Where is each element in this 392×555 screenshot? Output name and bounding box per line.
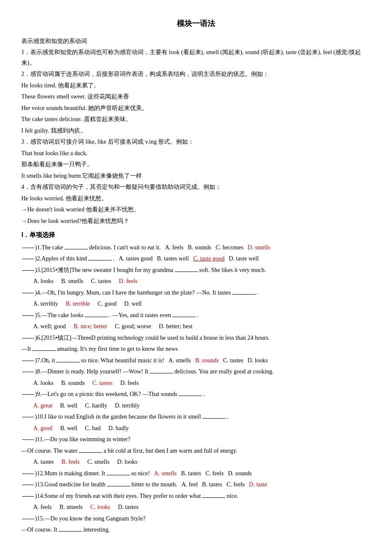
question-14: )14.Some of my friends eat with their ey…: [21, 491, 371, 513]
options-row-11: A. tastesB. feelsC. smellsD. looks: [33, 457, 371, 468]
option-7-A.: A. smells: [168, 357, 191, 364]
question-line-8: )8.—Dinner is ready. Help yourself! —Wow…: [21, 367, 371, 377]
q-num-1: )1.: [35, 244, 41, 251]
intro-paragraph-13: →He doesn't look worried 他看起来并不忧愁。: [21, 205, 371, 215]
option-1-C.: C. becomes: [216, 244, 243, 251]
question-3: )3.[2015•潍坊]The new sweater I bought for…: [21, 265, 371, 287]
option-12-D.: D. sounds: [228, 470, 252, 477]
options-row-5: A. well; goodB. nice; betterC. good; wor…: [33, 321, 371, 332]
answer-paren-7: [22, 361, 34, 361]
question-7: )7.Oh, itso nice. What beautiful music i…: [21, 356, 371, 366]
q-text-13: Good medicine for health: [44, 481, 105, 488]
answer-blank-14: [202, 497, 225, 498]
option-2-B.: B. tastes well: [157, 255, 189, 262]
option-8-D.: D. feels: [120, 380, 139, 386]
question-9: )9.—Let's go on a picnic this weekend, O…: [21, 389, 371, 411]
intro-paragraph-2: He looks tired. 他看起来累了。: [21, 81, 371, 91]
q-text-6: —ThreeD printing technology could be use…: [71, 335, 269, 341]
options-row-4: A. terriblyB. terribleC. goodD. well: [33, 299, 371, 309]
option-9-B.: B. well: [60, 402, 77, 409]
q-text-3: The new sweater I bought for my grandma: [71, 267, 173, 273]
q-num-7: )7.: [35, 357, 41, 364]
option-1-A.: A. feels: [165, 244, 184, 251]
q-text-7: Oh, it: [41, 357, 55, 364]
intro-paragraph-8: That boat looks like a duck.: [21, 148, 371, 159]
intro-paragraph-7: 3．感官动词后可接介词 like, like 后可接名词或 v.ing 形式。例…: [21, 137, 371, 147]
option-14-D.: D. tastes: [118, 504, 138, 510]
option-5-B.: B. nice; better: [74, 323, 107, 330]
questions-container: )1.The cakedelicious. I can't wait to ea…: [21, 243, 371, 535]
answer-blank-2: [88, 260, 112, 260]
question-line-4: )4.—Oh, I'm hungry. Mum, can I have the …: [21, 288, 371, 298]
answer-paren-4: [22, 293, 34, 293]
answer-paren-2: [22, 259, 34, 259]
question-line-6: )6.[2015•镇江]—ThreeD printing technology …: [21, 333, 371, 344]
answer-paren-6: [22, 338, 34, 338]
page-title: 模块一语法: [21, 17, 371, 30]
option-8-C.: C. tastes: [92, 380, 112, 386]
options-row-8: A. looksB. soundsC. tastesD. feels: [33, 378, 371, 389]
answer-blank-1: [64, 249, 88, 249]
intro-paragraph-5: The cake tastes delicious .蛋糕尝起来美味。: [21, 114, 371, 125]
intro-paragraph-12: He looks worried. 他看起来忧愁。: [21, 194, 371, 204]
options-row-9: A. greatB. wellC. hardlyD. terribly: [33, 401, 371, 411]
question-1: )1.The cakedelicious. I can't wait to ea…: [21, 243, 371, 253]
q-num-8: )8.: [35, 368, 41, 375]
option-2-C.: C. taste good: [193, 255, 225, 262]
answer-paren-12: [22, 474, 34, 474]
options-row-10: A. goodB. wellC. badD. badly: [33, 423, 371, 434]
option-14-A.: A. feels: [33, 504, 52, 510]
q-num-12: )12.: [35, 470, 44, 477]
option-14-B.: B. smeels: [60, 504, 83, 510]
option-11-B.: B. feels: [61, 459, 80, 465]
intro-paragraph-0: 1．表示感觉和知觉的系动词也可称为感官动词，主要有 look (看起来), sm…: [21, 47, 371, 68]
q-text-8: —Dinner is ready. Help yourself! —Wow! I…: [41, 368, 148, 375]
q-text-12: Mum is making dinner. It: [44, 470, 105, 477]
option-4-D.: D. well: [124, 301, 141, 307]
question-15: )15.—Do you know the song Gangnam Style?…: [21, 514, 371, 535]
option-3-D.: D. feels: [119, 278, 138, 284]
intro-paragraph-1: 2．感官动词属于连系动词，后接形容词作表语，构成系表结构，说明主语所处的状态。例…: [21, 69, 371, 80]
answer-blank-12: [107, 475, 130, 475]
q-num-13: )13.: [35, 481, 44, 488]
question-line-12: )12.Mum is making dinner. Itso nice!A. s…: [21, 468, 371, 479]
q-text-5: —The cake looks: [41, 312, 84, 318]
options-row-14: A. feelsB. smeelsC. looksD. tastes: [33, 502, 371, 513]
option-7-D.: D. looks: [248, 357, 268, 364]
question-line-13: )13.Good medicine for healthbitter to th…: [21, 480, 371, 490]
question-6: )6.[2015•镇江]—ThreeD printing technology …: [21, 333, 371, 355]
option-4-B.: B. terrible: [66, 301, 90, 307]
option-10-C.: C. bad: [85, 425, 101, 431]
question-line-2: )2.Apples of this kind.A. tastes goodB. …: [21, 254, 371, 264]
answer-paren-9: [22, 394, 34, 395]
option-8-A.: A. looks: [33, 380, 53, 386]
q-text-10: I like to read English in the garden bec…: [44, 413, 201, 420]
option-3-A.: A. looks: [33, 278, 53, 284]
intro-paragraph-11: 4．含有感官动词的句子，其否定句和一般疑问句要借助助动词完成。例如：: [21, 182, 371, 193]
intro-paragraph-3: These flowers smell sweet. 这些花闻起来香: [21, 92, 371, 102]
question-line-9: )9.—Let's go on a picnic this weekend, O…: [21, 389, 371, 400]
question-5: )5.—The cake looks. —Yes, and it tastes …: [21, 310, 371, 332]
q-prefix-3: [2015•潍坊]: [41, 267, 71, 273]
q-text-14: Some of my friends eat with their eyes. …: [44, 493, 201, 499]
q-num-2: )2.: [35, 255, 41, 262]
option-4-C.: C. good: [98, 301, 116, 307]
option-13-D.: D. taste: [249, 481, 267, 488]
answer-blank-11: [79, 452, 102, 453]
q-text-4: —Oh, I'm hungry. Mum, can I have the ham…: [41, 289, 231, 296]
question-8: )8.—Dinner is ready. Help yourself! —Wow…: [21, 367, 371, 388]
q-num-15: )15.: [35, 515, 44, 522]
option-9-D.: D. terribly: [115, 402, 140, 409]
q-num-4: )4.: [35, 289, 41, 296]
q-sub-11: —Of course. The watera bit cold at first…: [21, 446, 371, 457]
question-line-7: )7.Oh, itso nice. What beautiful music i…: [21, 356, 371, 366]
options-row-3: A. looksB. smellsC. tastesD. feels: [33, 276, 371, 287]
option-12-B.: B. tastes: [181, 470, 201, 477]
intro-paragraph-4: Her voice sounds beautiful. 她的声音听起来优美。: [21, 103, 371, 114]
answer-paren-15: [22, 519, 34, 519]
q-sub-15: —Of course. Itinteresting.: [21, 525, 371, 535]
option-11-D.: D. looks: [117, 459, 137, 465]
option-5-A.: A. well; good: [33, 323, 66, 330]
option-13-C.: C. feels: [227, 481, 245, 488]
option-1-D.: D. smells: [248, 244, 270, 251]
